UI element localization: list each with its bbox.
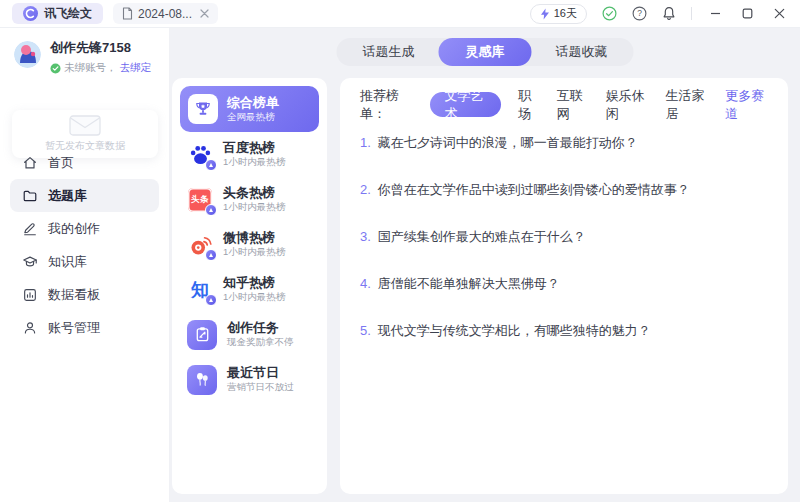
- sidebar-item-label: 账号管理: [48, 319, 100, 337]
- svg-text:?: ?: [637, 8, 642, 18]
- category-chip-internet[interactable]: 互联网: [557, 87, 589, 123]
- user-profile: 创作先锋7158 未绑账号，去绑定: [14, 39, 151, 75]
- hot-list-item-toutiao[interactable]: 头条 头条热榜 1小时内最热榜: [180, 177, 319, 222]
- topic-text: 藏在七夕诗词中的浪漫，哪一首最能打动你？: [378, 134, 638, 152]
- graduation-cap-icon: [22, 254, 38, 270]
- hot-list-subtitle: 现金奖励拿不停: [227, 336, 294, 349]
- hot-list-item-baidu[interactable]: 百度热榜 1小时内最热榜: [180, 132, 319, 177]
- sidebar-item-account-management[interactable]: 账号管理: [10, 311, 159, 344]
- bind-status-label: 未绑账号，: [64, 61, 117, 75]
- topic-item[interactable]: 5. 现代文学与传统文学相比，有哪些独特的魅力？: [360, 307, 768, 354]
- sidebar-item-home[interactable]: 首页: [10, 146, 159, 179]
- hot-list-subtitle: 营销节日不放过: [227, 381, 294, 394]
- sidebar-item-my-creations[interactable]: 我的创作: [10, 212, 159, 245]
- hot-badge-icon: [205, 249, 217, 261]
- folder-icon: [22, 188, 38, 204]
- hot-list-title: 微博热榜: [223, 230, 285, 246]
- help-icon[interactable]: ?: [631, 6, 647, 22]
- hot-list-item-creation-task[interactable]: 创作任务 现金奖励拿不停: [180, 312, 319, 357]
- hot-badge-icon: [205, 204, 217, 216]
- topic-item[interactable]: 4. 唐僧能不能单独解决大黑佛母？: [360, 260, 768, 307]
- topic-text: 国产续集创作最大的难点在于什么？: [378, 228, 586, 246]
- trial-badge[interactable]: 16天: [530, 4, 587, 24]
- hot-badge-icon: [205, 159, 217, 171]
- trial-days-label: 16天: [554, 6, 577, 21]
- topics-panel: 推荐榜单： 文学艺术 职场 互联网 娱乐休闲 生活家居 更多赛道 1. 藏在七夕…: [340, 78, 788, 494]
- topic-list: 1. 藏在七夕诗词中的浪漫，哪一首最能打动你？ 2. 你曾在在文学作品中读到过哪…: [360, 119, 768, 354]
- verified-icon: [50, 63, 61, 74]
- hot-list-title: 百度热榜: [223, 140, 285, 156]
- avatar[interactable]: [14, 41, 41, 68]
- topic-number: 2.: [360, 182, 371, 197]
- hot-list-subtitle: 1小时内最热榜: [223, 156, 285, 169]
- pen-icon: [22, 221, 38, 237]
- doc-tab-label: 2024-08...: [138, 7, 192, 21]
- hot-list-item-overall[interactable]: 综合榜单 全网最热榜: [180, 86, 319, 132]
- category-chip-entertainment[interactable]: 娱乐休闲: [606, 87, 649, 123]
- sidebar-item-label: 知识库: [48, 253, 87, 271]
- festival-icon: [187, 365, 217, 395]
- close-button[interactable]: [770, 5, 788, 23]
- empty-envelope-icon: [69, 115, 101, 136]
- recommend-label: 推荐榜单：: [360, 87, 413, 123]
- user-icon: [22, 320, 38, 336]
- user-name: 创作先锋7158: [50, 39, 151, 57]
- hot-list-subtitle: 全网最热榜: [227, 111, 279, 124]
- sidebar-menu: 首页 选题库 我的创作 知识库 数据看板 账号管理: [10, 146, 159, 344]
- app-tab[interactable]: 讯飞绘文: [12, 3, 103, 24]
- sidebar-item-data-dashboard[interactable]: 数据看板: [10, 278, 159, 311]
- top-tabs: 话题生成 灵感库 话题收藏: [337, 38, 634, 66]
- titlebar: 讯飞绘文 2024-08... 16天 ?: [0, 0, 800, 28]
- hot-list-item-weibo[interactable]: 微博热榜 1小时内最热榜: [180, 222, 319, 267]
- minimize-button[interactable]: [706, 5, 724, 23]
- sidebar-item-topic-library[interactable]: 选题库: [10, 179, 159, 212]
- more-categories-link[interactable]: 更多赛道: [725, 87, 768, 123]
- dashboard-icon: [22, 287, 38, 303]
- app-tab-label: 讯飞绘文: [44, 5, 92, 22]
- titlebar-divider: [691, 7, 692, 20]
- hot-list-panel: 综合榜单 全网最热榜 百度热榜 1小时内最热榜 头条 头条热榜: [172, 78, 327, 494]
- tab-inspiration-library[interactable]: 灵感库: [439, 38, 532, 66]
- bell-icon[interactable]: [661, 6, 677, 22]
- tab-topic-favorites[interactable]: 话题收藏: [532, 38, 632, 66]
- hot-list-title: 知乎热榜: [223, 275, 285, 291]
- category-chip-home-life[interactable]: 生活家居: [665, 87, 708, 123]
- sidebar-item-label: 我的创作: [48, 220, 100, 238]
- hot-list-item-zhihu[interactable]: 知 知乎热榜 1小时内最热榜: [180, 267, 319, 312]
- hot-list-title: 头条热榜: [223, 185, 285, 201]
- topic-item[interactable]: 1. 藏在七夕诗词中的浪漫，哪一首最能打动你？: [360, 119, 768, 166]
- doc-tab-close-icon[interactable]: [200, 9, 209, 18]
- sidebar: 创作先锋7158 未绑账号，去绑定 暂无发布文章数据 首页 选题库 我的创作: [0, 28, 170, 502]
- topic-text: 唐僧能不能单独解决大黑佛母？: [378, 275, 560, 293]
- topic-text: 你曾在在文学作品中读到过哪些刻骨镂心的爱情故事？: [378, 181, 690, 199]
- topic-item[interactable]: 2. 你曾在在文学作品中读到过哪些刻骨镂心的爱情故事？: [360, 166, 768, 213]
- main-area: 话题生成 灵感库 话题收藏 综合榜单 全网最热榜 百度热榜 1小时内最热榜: [170, 28, 800, 502]
- check-circle-icon[interactable]: [601, 6, 617, 22]
- topic-text: 现代文学与传统文学相比，有哪些独特的魅力？: [378, 322, 651, 340]
- doc-tab[interactable]: 2024-08...: [113, 3, 218, 24]
- lightning-icon: [540, 8, 550, 20]
- hot-list-title: 创作任务: [227, 320, 294, 336]
- hot-list-title: 综合榜单: [227, 95, 279, 111]
- hot-list-item-recent-festivals[interactable]: 最近节日 营销节日不放过: [180, 357, 319, 402]
- trophy-icon: [188, 94, 218, 124]
- topic-item[interactable]: 3. 国产续集创作最大的难点在于什么？: [360, 213, 768, 260]
- sidebar-item-label: 数据看板: [48, 286, 100, 304]
- tab-topic-generation[interactable]: 话题生成: [339, 38, 439, 66]
- recommend-filter-row: 推荐榜单： 文学艺术 职场 互联网 娱乐休闲 生活家居 更多赛道: [360, 92, 768, 117]
- sidebar-item-label: 选题库: [48, 187, 87, 205]
- task-icon: [187, 320, 217, 350]
- topic-number: 5.: [360, 323, 371, 338]
- maximize-button[interactable]: [738, 5, 756, 23]
- sidebar-item-knowledge-base[interactable]: 知识库: [10, 245, 159, 278]
- category-chip-literature[interactable]: 文学艺术: [430, 92, 501, 117]
- home-icon: [22, 155, 38, 171]
- file-icon: [122, 7, 133, 20]
- topic-number: 1.: [360, 135, 371, 150]
- hot-list-title: 最近节日: [227, 365, 294, 381]
- category-chip-workplace[interactable]: 职场: [518, 87, 539, 123]
- topic-number: 3.: [360, 229, 371, 244]
- bind-account-link[interactable]: 去绑定: [120, 61, 152, 75]
- hot-list-subtitle: 1小时内最热榜: [223, 201, 285, 214]
- hot-list-subtitle: 1小时内最热榜: [223, 246, 285, 259]
